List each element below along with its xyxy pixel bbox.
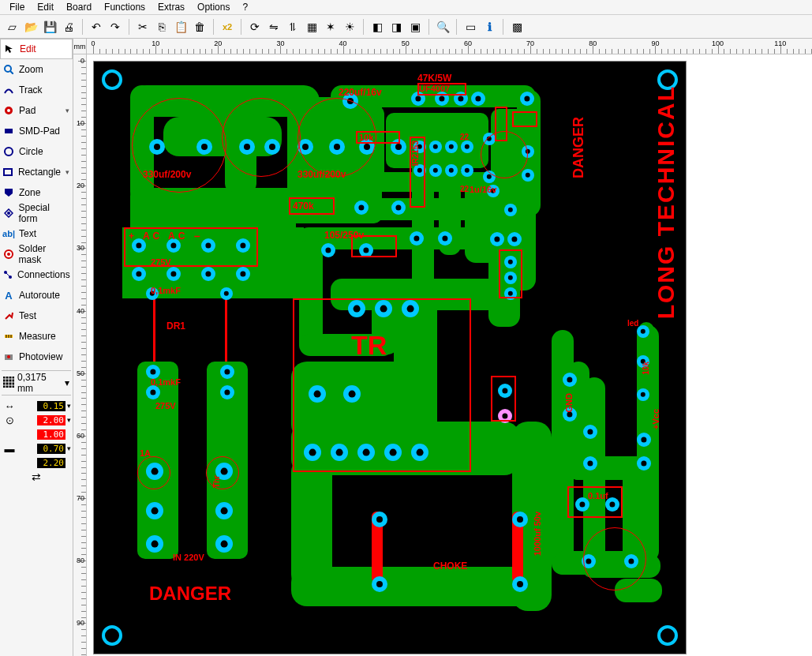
tool-conn[interactable]: Connections [0, 264, 73, 285]
swap-icon[interactable]: ⇄ [32, 470, 41, 483]
smd-size-icon: ▬ [2, 443, 17, 455]
save-icon: 💾 [43, 21, 57, 33]
zoom-icon: 🔍 [436, 21, 450, 33]
tool-test[interactable]: Test [0, 306, 73, 326]
tool-edit[interactable]: Edit [0, 39, 73, 59]
menu-functions[interactable]: Functions [98, 1, 152, 13]
tool-palette: EditZoomTrackPad▾SMD-PadCircleRectangle▾… [0, 39, 73, 656]
photo-icon [3, 351, 14, 362]
pcb-board[interactable]: LONG TECHNICAL DANGER DANGER TR 330uf/20… [93, 61, 687, 654]
print-button[interactable]: 🖨 [60, 18, 77, 36]
tool-label: Test [19, 310, 36, 321]
design-canvas[interactable]: LONG TECHNICAL DANGER DANGER TR 330uf/20… [87, 54, 812, 656]
svg-point-19 [7, 355, 10, 358]
info-icon: ℹ [488, 21, 492, 33]
align-icon: ☀ [345, 21, 355, 33]
new-button[interactable]: ▱ [3, 18, 21, 36]
ruler-horizontal: 0102030405060708090100110120 [87, 39, 812, 54]
loupe-icon [3, 64, 14, 75]
tool-label: Rectangle [18, 167, 61, 178]
undo-icon: ↶ [92, 21, 101, 33]
undo-button[interactable]: ↶ [88, 18, 105, 36]
flip-h-button[interactable]: ⇋ [265, 18, 283, 36]
grid-setting[interactable]: 0,3175 mm ▾ [0, 374, 73, 392]
smd-width-field[interactable]: 0.70 [37, 444, 65, 454]
rotate-button[interactable]: ⟳ [246, 18, 264, 36]
tool-special[interactable]: Special form [0, 203, 73, 223]
tool-smd[interactable]: SMD-Pad [0, 121, 73, 141]
smd-icon [3, 126, 14, 137]
redo-button[interactable]: ↷ [107, 18, 124, 36]
group-icon: ▦ [307, 21, 317, 33]
layer-to-button[interactable]: ◨ [387, 18, 405, 36]
tool-mask[interactable]: Solder mask [0, 244, 73, 264]
open-button[interactable]: 📂 [22, 18, 39, 36]
svg-rect-6 [4, 169, 12, 175]
svg-line-1 [10, 71, 13, 74]
flip-v-icon: ⥮ [288, 21, 297, 33]
align-button[interactable]: ☀ [341, 18, 358, 36]
chevron-down-icon: ▾ [65, 377, 69, 388]
pad-outer-field[interactable]: 2.00 [37, 415, 65, 425]
dup-button[interactable]: x2 [219, 18, 236, 36]
paste-icon: 📋 [174, 21, 188, 33]
snap-icon: ✶ [326, 21, 335, 33]
menu-board[interactable]: Board [60, 1, 98, 13]
svg-line-13 [6, 272, 10, 277]
tool-circle[interactable]: Circle [0, 141, 73, 162]
menu-file[interactable]: File [3, 1, 31, 13]
circle-icon [3, 146, 14, 157]
menu-extras[interactable]: Extras [152, 1, 191, 13]
snap-button[interactable]: ✶ [322, 18, 339, 36]
tool-text[interactable]: ab|Text [0, 223, 73, 244]
copy-button[interactable]: ⎘ [153, 18, 170, 36]
select-rect-button[interactable]: ▭ [462, 18, 479, 36]
delete-icon: 🗑 [194, 21, 205, 33]
ruler-unit: mm [73, 39, 87, 54]
tool-zone[interactable]: Zone [0, 182, 73, 203]
menu-edit[interactable]: Edit [31, 1, 60, 13]
scanned-icon: ▩ [512, 21, 522, 33]
svg-rect-4 [5, 129, 13, 133]
tool-rect[interactable]: Rectangle▾ [0, 162, 73, 182]
tool-label: Track [19, 84, 43, 96]
tool-zoom[interactable]: Zoom [0, 59, 73, 80]
measure-icon [3, 331, 14, 342]
new-icon: ▱ [8, 21, 17, 33]
pad-size-icon: ⊙ [2, 414, 17, 426]
pad-inner-field[interactable]: 1.00 [37, 429, 65, 440]
tool-pad[interactable]: Pad▾ [0, 100, 73, 121]
transformer-label: TR [351, 330, 387, 361]
auto-icon: A [3, 290, 14, 301]
smd-height-field[interactable]: 2.20 [37, 458, 65, 468]
layer-from-button[interactable]: ◧ [369, 18, 386, 36]
save-button[interactable]: 💾 [41, 18, 58, 36]
tool-label: SMD-Pad [19, 126, 60, 137]
svg-point-5 [5, 148, 13, 156]
tool-label: Circle [19, 146, 43, 157]
scanned-button[interactable]: ▩ [508, 18, 526, 36]
open-icon: 📂 [24, 21, 38, 33]
track-width-field[interactable]: 0.15 [37, 401, 65, 411]
tool-auto[interactable]: AAutoroute [0, 285, 73, 306]
layer-to-icon: ◨ [391, 21, 402, 33]
menu-options[interactable]: Options [191, 1, 236, 13]
cut-icon: ✂ [138, 21, 148, 33]
tool-track[interactable]: Track [0, 80, 73, 100]
paste-button[interactable]: 📋 [172, 18, 189, 36]
copy-icon: ⎘ [159, 21, 165, 33]
flip-v-button[interactable]: ⥮ [284, 18, 301, 36]
delete-button[interactable]: 🗑 [191, 18, 208, 36]
group-button[interactable]: ▦ [303, 18, 320, 36]
zoom-button[interactable]: 🔍 [434, 18, 451, 36]
info-button[interactable]: ℹ [481, 18, 498, 36]
cut-button[interactable]: ✂ [134, 18, 152, 36]
flip-h-icon: ⇋ [269, 21, 279, 33]
layer-both-button[interactable]: ▣ [406, 18, 424, 36]
tool-measure[interactable]: Measure [0, 326, 73, 347]
rotate-icon: ⟳ [250, 21, 260, 33]
layer-from-icon: ◧ [372, 21, 383, 33]
menu-help[interactable]: ? [236, 1, 254, 13]
tool-photo[interactable]: Photoview [0, 347, 73, 367]
zone-icon [3, 187, 14, 198]
